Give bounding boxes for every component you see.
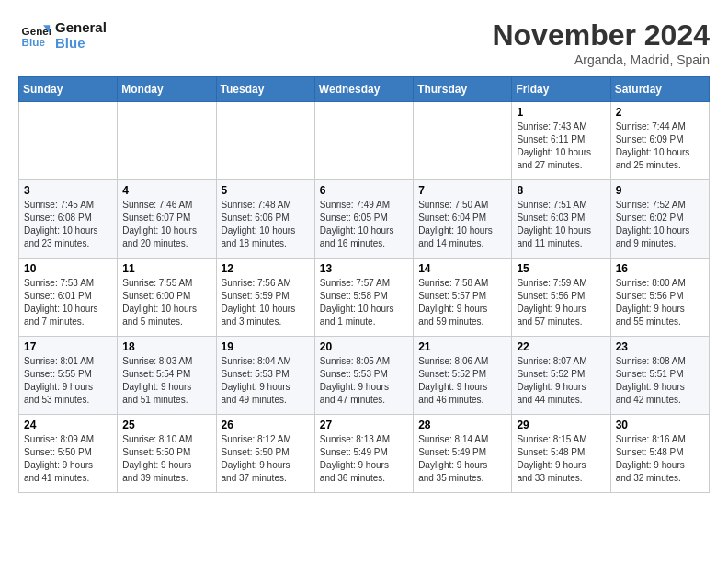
day-info: Sunrise: 7:50 AMSunset: 6:04 PMDaylight:… — [418, 199, 506, 250]
calendar-cell: 23Sunrise: 8:08 AMSunset: 5:51 PMDayligh… — [610, 337, 709, 415]
calendar-cell: 3Sunrise: 7:45 AMSunset: 6:08 PMDaylight… — [19, 180, 118, 259]
day-number: 21 — [418, 340, 506, 353]
calendar-header-sunday: Sunday — [19, 77, 118, 102]
calendar-cell: 30Sunrise: 8:16 AMSunset: 5:48 PMDayligh… — [610, 415, 709, 493]
calendar-cell: 28Sunrise: 8:14 AMSunset: 5:49 PMDayligh… — [414, 415, 512, 493]
calendar-cell: 19Sunrise: 8:04 AMSunset: 5:53 PMDayligh… — [216, 337, 314, 415]
calendar-cell — [19, 102, 118, 180]
day-info: Sunrise: 7:44 AMSunset: 6:09 PMDaylight:… — [616, 121, 704, 172]
day-info: Sunrise: 7:57 AMSunset: 5:58 PMDaylight:… — [320, 277, 408, 328]
day-info: Sunrise: 8:03 AMSunset: 5:54 PMDaylight:… — [122, 355, 210, 407]
day-info: Sunrise: 7:58 AMSunset: 5:57 PMDaylight:… — [418, 277, 506, 328]
calendar-cell: 13Sunrise: 7:57 AMSunset: 5:58 PMDayligh… — [314, 259, 413, 337]
calendar-cell — [216, 102, 314, 180]
calendar-cell: 6Sunrise: 7:49 AMSunset: 6:05 PMDaylight… — [314, 180, 413, 259]
calendar-cell: 18Sunrise: 8:03 AMSunset: 5:54 PMDayligh… — [118, 337, 216, 415]
day-number: 27 — [320, 419, 408, 431]
day-number: 12 — [222, 262, 310, 275]
day-number: 11 — [122, 262, 210, 275]
day-info: Sunrise: 7:45 AMSunset: 6:08 PMDaylight:… — [24, 199, 112, 250]
day-info: Sunrise: 8:07 AMSunset: 5:52 PMDaylight:… — [517, 355, 605, 407]
calendar-header-saturday: Saturday — [610, 77, 709, 102]
calendar-cell: 8Sunrise: 7:51 AMSunset: 6:03 PMDaylight… — [512, 180, 610, 259]
calendar-week-3: 10Sunrise: 7:53 AMSunset: 6:01 PMDayligh… — [19, 259, 710, 337]
day-number: 4 — [122, 184, 210, 197]
day-info: Sunrise: 7:48 AMSunset: 6:06 PMDaylight:… — [222, 199, 310, 250]
day-info: Sunrise: 8:09 AMSunset: 5:50 PMDaylight:… — [24, 433, 112, 485]
day-number: 8 — [517, 184, 605, 197]
calendar-cell — [414, 102, 512, 180]
day-number: 6 — [320, 184, 408, 197]
day-info: Sunrise: 8:12 AMSunset: 5:50 PMDaylight:… — [222, 433, 310, 485]
day-number: 22 — [517, 340, 605, 353]
day-number: 26 — [222, 419, 310, 431]
logo: General Blue General Blue — [18, 18, 107, 52]
calendar-cell: 12Sunrise: 7:56 AMSunset: 5:59 PMDayligh… — [216, 259, 314, 337]
day-info: Sunrise: 8:00 AMSunset: 5:56 PMDaylight:… — [616, 277, 704, 328]
day-info: Sunrise: 7:43 AMSunset: 6:11 PMDaylight:… — [517, 121, 605, 172]
logo-icon: General Blue — [18, 18, 51, 52]
calendar-header-tuesday: Tuesday — [216, 77, 314, 102]
calendar-cell: 29Sunrise: 8:15 AMSunset: 5:48 PMDayligh… — [512, 415, 610, 493]
day-number: 24 — [24, 419, 112, 431]
calendar-cell: 21Sunrise: 8:06 AMSunset: 5:52 PMDayligh… — [414, 337, 512, 415]
day-info: Sunrise: 8:01 AMSunset: 5:55 PMDaylight:… — [24, 355, 112, 407]
day-number: 17 — [24, 340, 112, 353]
calendar-week-2: 3Sunrise: 7:45 AMSunset: 6:08 PMDaylight… — [19, 180, 710, 259]
calendar-cell: 15Sunrise: 7:59 AMSunset: 5:56 PMDayligh… — [512, 259, 610, 337]
month-title: November 2024 — [492, 18, 710, 52]
day-info: Sunrise: 8:14 AMSunset: 5:49 PMDaylight:… — [418, 433, 506, 485]
day-number: 9 — [616, 184, 704, 197]
day-number: 14 — [418, 262, 506, 275]
day-info: Sunrise: 8:16 AMSunset: 5:48 PMDaylight:… — [616, 433, 704, 485]
page-header: General Blue General Blue November 2024 … — [18, 18, 710, 67]
calendar-cell: 25Sunrise: 8:10 AMSunset: 5:50 PMDayligh… — [118, 415, 216, 493]
calendar-cell — [314, 102, 413, 180]
day-number: 7 — [418, 184, 506, 197]
day-info: Sunrise: 8:05 AMSunset: 5:53 PMDaylight:… — [320, 355, 408, 407]
calendar-cell: 1Sunrise: 7:43 AMSunset: 6:11 PMDaylight… — [512, 102, 610, 180]
day-number: 29 — [517, 419, 605, 431]
calendar-cell: 14Sunrise: 7:58 AMSunset: 5:57 PMDayligh… — [414, 259, 512, 337]
day-info: Sunrise: 8:04 AMSunset: 5:53 PMDaylight:… — [222, 355, 310, 407]
day-info: Sunrise: 8:08 AMSunset: 5:51 PMDaylight:… — [616, 355, 704, 407]
day-info: Sunrise: 7:56 AMSunset: 5:59 PMDaylight:… — [222, 277, 310, 328]
calendar-cell: 24Sunrise: 8:09 AMSunset: 5:50 PMDayligh… — [19, 415, 118, 493]
day-number: 5 — [222, 184, 310, 197]
day-number: 28 — [418, 419, 506, 431]
day-info: Sunrise: 7:53 AMSunset: 6:01 PMDaylight:… — [24, 277, 112, 328]
day-info: Sunrise: 8:13 AMSunset: 5:49 PMDaylight:… — [320, 433, 408, 485]
calendar-week-5: 24Sunrise: 8:09 AMSunset: 5:50 PMDayligh… — [19, 415, 710, 493]
day-number: 2 — [616, 106, 704, 119]
title-block: November 2024 Arganda, Madrid, Spain — [492, 18, 710, 67]
logo-line2: Blue — [55, 35, 107, 51]
day-info: Sunrise: 8:06 AMSunset: 5:52 PMDaylight:… — [418, 355, 506, 407]
day-number: 3 — [24, 184, 112, 197]
calendar-header-thursday: Thursday — [414, 77, 512, 102]
day-info: Sunrise: 7:46 AMSunset: 6:07 PMDaylight:… — [122, 199, 210, 250]
day-number: 1 — [517, 106, 605, 119]
location: Arganda, Madrid, Spain — [492, 52, 710, 67]
day-info: Sunrise: 8:15 AMSunset: 5:48 PMDaylight:… — [517, 433, 605, 485]
day-number: 30 — [616, 419, 704, 431]
calendar-cell — [118, 102, 216, 180]
day-number: 23 — [616, 340, 704, 353]
calendar-header-monday: Monday — [118, 77, 216, 102]
logo-line1: General — [55, 19, 107, 35]
day-info: Sunrise: 7:49 AMSunset: 6:05 PMDaylight:… — [320, 199, 408, 250]
day-number: 18 — [122, 340, 210, 353]
calendar-cell: 17Sunrise: 8:01 AMSunset: 5:55 PMDayligh… — [19, 337, 118, 415]
calendar-header-friday: Friday — [512, 77, 610, 102]
day-number: 15 — [517, 262, 605, 275]
calendar-cell: 27Sunrise: 8:13 AMSunset: 5:49 PMDayligh… — [314, 415, 413, 493]
calendar-cell: 16Sunrise: 8:00 AMSunset: 5:56 PMDayligh… — [610, 259, 709, 337]
day-number: 20 — [320, 340, 408, 353]
calendar-week-4: 17Sunrise: 8:01 AMSunset: 5:55 PMDayligh… — [19, 337, 710, 415]
calendar-header-row: SundayMondayTuesdayWednesdayThursdayFrid… — [19, 77, 710, 102]
day-number: 13 — [320, 262, 408, 275]
svg-text:Blue: Blue — [22, 36, 46, 48]
calendar-cell: 5Sunrise: 7:48 AMSunset: 6:06 PMDaylight… — [216, 180, 314, 259]
calendar-cell: 4Sunrise: 7:46 AMSunset: 6:07 PMDaylight… — [118, 180, 216, 259]
calendar-header-wednesday: Wednesday — [314, 77, 413, 102]
calendar-cell: 11Sunrise: 7:55 AMSunset: 6:00 PMDayligh… — [118, 259, 216, 337]
